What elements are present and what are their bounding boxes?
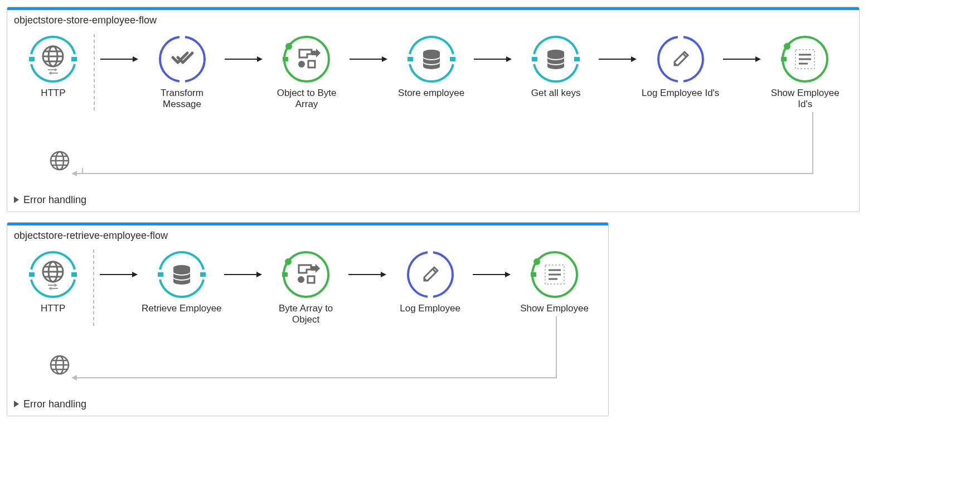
svg-marker-63 xyxy=(256,272,262,277)
svg-marker-24 xyxy=(506,56,512,62)
svg-point-14 xyxy=(285,43,292,50)
payload-icon xyxy=(780,34,830,84)
error-handling-toggle[interactable]: Error handling xyxy=(7,189,859,211)
error-handling-toggle[interactable]: Error handling xyxy=(7,393,608,416)
arrow xyxy=(474,34,513,84)
svg-point-75 xyxy=(533,258,540,265)
svg-rect-35 xyxy=(781,57,787,61)
svg-rect-25 xyxy=(532,57,537,61)
pencil-icon xyxy=(656,34,706,84)
db-icon xyxy=(406,34,457,84)
node-show[interactable]: Show Employee xyxy=(512,249,597,314)
svg-rect-68 xyxy=(308,276,314,283)
arrow xyxy=(224,249,263,300)
flow-title: objectstore-retrieve-employee-flow xyxy=(7,225,608,244)
node-store[interactable]: Store employee xyxy=(389,34,474,99)
arrow xyxy=(225,34,264,84)
chevron-right-icon xyxy=(14,401,19,407)
return-row xyxy=(35,144,848,177)
node-label: Log Employee xyxy=(400,303,460,314)
arrow xyxy=(599,34,638,84)
node-label: HTTP xyxy=(41,303,65,314)
db-icon xyxy=(531,34,581,84)
svg-marker-73 xyxy=(505,272,511,277)
arrow xyxy=(350,34,389,84)
node-show[interactable]: Show Employee Id's xyxy=(762,34,848,110)
svg-marker-56 xyxy=(48,287,51,290)
node-label: Retrieve Employee xyxy=(142,303,222,314)
node-obj-to-byte[interactable]: Object to Byte Array xyxy=(264,34,350,110)
arrow xyxy=(100,249,139,300)
node-getkeys[interactable]: Get all keys xyxy=(513,34,599,99)
http-icon xyxy=(28,249,78,300)
source-divider xyxy=(93,249,94,326)
source-divider xyxy=(94,34,95,110)
svg-rect-66 xyxy=(282,272,288,277)
node-label: Store employee xyxy=(398,88,464,99)
node-retrieve[interactable]: Retrieve Employee xyxy=(139,249,224,314)
svg-rect-49 xyxy=(71,272,77,277)
node-label: Byte Array to Object xyxy=(264,303,348,326)
flow-body: HTTP xyxy=(7,28,859,189)
chevron-right-icon xyxy=(14,196,19,203)
node-log[interactable]: Log Employee xyxy=(387,249,473,314)
pencil-icon xyxy=(405,249,455,300)
node-byte-to-obj[interactable]: Byte Array to Object xyxy=(263,249,348,326)
svg-point-64 xyxy=(284,252,328,297)
svg-rect-1 xyxy=(71,57,77,61)
node-label: HTTP xyxy=(41,88,65,99)
payload-icon xyxy=(530,249,580,300)
error-handling-label: Error handling xyxy=(23,398,86,410)
svg-marker-19 xyxy=(382,56,387,62)
svg-point-67 xyxy=(298,276,304,283)
node-label: Transform Message xyxy=(140,88,224,110)
node-http[interactable]: HTTP xyxy=(18,249,88,314)
svg-marker-55 xyxy=(55,283,57,287)
svg-point-65 xyxy=(285,258,292,265)
globe-icon xyxy=(48,354,71,376)
return-row xyxy=(35,348,597,382)
http-icon xyxy=(28,34,78,84)
arrow xyxy=(348,249,387,300)
arrow xyxy=(473,249,512,300)
svg-marker-58 xyxy=(132,272,138,277)
flow-container-retrieve[interactable]: objectstore-retrieve-employee-flow xyxy=(7,222,609,416)
svg-marker-70 xyxy=(381,272,386,277)
svg-marker-32 xyxy=(755,56,761,62)
svg-rect-59 xyxy=(158,272,163,277)
convert-icon xyxy=(281,249,331,300)
svg-point-34 xyxy=(784,43,790,50)
node-transform[interactable]: Transform Message xyxy=(139,34,225,110)
flow-title: objectstore-store-employee-flow xyxy=(7,10,859,28)
db-icon xyxy=(157,249,207,300)
arrow xyxy=(100,34,139,84)
svg-rect-26 xyxy=(574,57,580,61)
svg-rect-0 xyxy=(29,57,35,61)
svg-marker-29 xyxy=(631,56,637,62)
svg-marker-12 xyxy=(257,56,263,62)
svg-rect-48 xyxy=(29,272,35,277)
svg-marker-10 xyxy=(133,56,138,62)
node-label: Get all keys xyxy=(531,88,581,99)
node-label: Log Employee Id's xyxy=(642,88,719,99)
svg-rect-15 xyxy=(283,57,288,61)
node-label: Show Employee Id's xyxy=(763,88,847,110)
arrow xyxy=(723,34,762,84)
node-http[interactable]: HTTP xyxy=(18,34,88,99)
flow-container-store[interactable]: objectstore-store-employee-flow xyxy=(7,7,860,212)
svg-point-13 xyxy=(284,37,329,81)
globe-icon xyxy=(48,150,71,172)
svg-rect-60 xyxy=(200,272,206,277)
svg-point-16 xyxy=(298,61,305,68)
node-label: Show Employee xyxy=(520,303,589,314)
transform-icon xyxy=(157,34,207,84)
node-label: Object to Byte Array xyxy=(265,88,348,110)
flow-body: HTTP xyxy=(7,244,608,393)
node-log[interactable]: Log Employee Id's xyxy=(638,34,724,99)
svg-rect-17 xyxy=(308,61,315,68)
flow-row: HTTP xyxy=(18,249,597,326)
svg-rect-20 xyxy=(407,57,413,61)
svg-marker-8 xyxy=(48,71,51,75)
error-handling-label: Error handling xyxy=(23,194,86,206)
svg-rect-21 xyxy=(450,57,455,61)
